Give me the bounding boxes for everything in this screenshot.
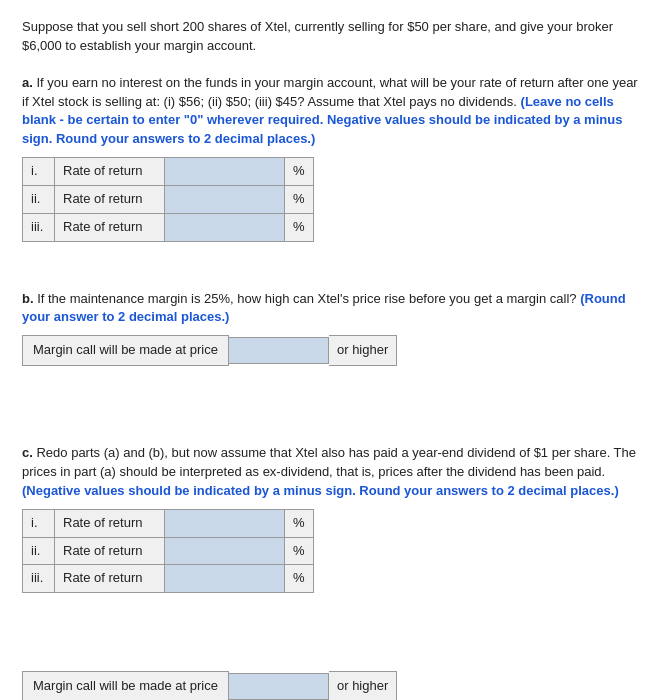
intro-text: Suppose that you sell short 200 shares o… [22, 19, 613, 53]
section-b-prefix: b. [22, 291, 37, 306]
label-cell: Rate of return [55, 509, 165, 537]
label-cell: Rate of return [55, 158, 165, 186]
margin-call-input-c[interactable] [229, 673, 329, 700]
table-row: i. Rate of return % [23, 158, 314, 186]
table-row: i. Rate of return % [23, 509, 314, 537]
pct-cell: % [285, 185, 314, 213]
label-cell: Rate of return [55, 537, 165, 565]
margin-call-input-b[interactable] [229, 337, 329, 364]
roman-cell: i. [23, 509, 55, 537]
input-cell[interactable] [165, 158, 285, 186]
table-row: ii. Rate of return % [23, 185, 314, 213]
section-c-table: i. Rate of return % ii. Rate of return %… [22, 509, 314, 594]
input-cell[interactable] [165, 213, 285, 241]
section-b: b. If the maintenance margin is 25%, how… [22, 290, 640, 367]
label-cell: Rate of return [55, 185, 165, 213]
pct-cell: % [285, 537, 314, 565]
pct-cell: % [285, 509, 314, 537]
return-input-a-0[interactable] [165, 160, 284, 183]
roman-cell: ii. [23, 185, 55, 213]
section-a-prefix: a. [22, 75, 36, 90]
section-a-table: i. Rate of return % ii. Rate of return %… [22, 157, 314, 242]
table-row: iii. Rate of return % [23, 565, 314, 593]
pct-cell: % [285, 213, 314, 241]
margin-call-label-c: Margin call will be made at price [22, 671, 229, 700]
section-c-bold: (Negative values should be indicated by … [22, 483, 619, 498]
table-row: iii. Rate of return % [23, 213, 314, 241]
return-input-c-2[interactable] [165, 567, 284, 590]
section-a-label: a. If you earn no interest on the funds … [22, 74, 640, 149]
roman-cell: ii. [23, 537, 55, 565]
section-c-text: Redo parts (a) and (b), but now assume t… [22, 445, 636, 479]
section-a: a. If you earn no interest on the funds … [22, 74, 640, 242]
section-b-margin-call-row: Margin call will be made at price or hig… [22, 335, 640, 366]
margin-call-suffix-c: or higher [329, 671, 397, 700]
input-cell[interactable] [165, 509, 285, 537]
pct-cell: % [285, 158, 314, 186]
section-c-margin-call-row: Margin call will be made at price or hig… [22, 671, 640, 700]
label-cell: Rate of return [55, 213, 165, 241]
margin-call-label-b: Margin call will be made at price [22, 335, 229, 366]
section-c-label: c. Redo parts (a) and (b), but now assum… [22, 444, 640, 501]
return-input-c-0[interactable] [165, 512, 284, 535]
section-c: c. Redo parts (a) and (b), but now assum… [22, 444, 640, 700]
roman-cell: iii. [23, 213, 55, 241]
input-cell[interactable] [165, 185, 285, 213]
return-input-c-1[interactable] [165, 539, 284, 562]
section-b-text: If the maintenance margin is 25%, how hi… [37, 291, 580, 306]
roman-cell: i. [23, 158, 55, 186]
margin-call-suffix-b: or higher [329, 335, 397, 366]
pct-cell: % [285, 565, 314, 593]
input-cell[interactable] [165, 537, 285, 565]
label-cell: Rate of return [55, 565, 165, 593]
table-row: ii. Rate of return % [23, 537, 314, 565]
return-input-a-2[interactable] [165, 216, 284, 239]
roman-cell: iii. [23, 565, 55, 593]
intro-paragraph: Suppose that you sell short 200 shares o… [22, 18, 640, 56]
section-b-label: b. If the maintenance margin is 25%, how… [22, 290, 640, 328]
return-input-a-1[interactable] [165, 188, 284, 211]
input-cell[interactable] [165, 565, 285, 593]
section-c-prefix: c. [22, 445, 36, 460]
